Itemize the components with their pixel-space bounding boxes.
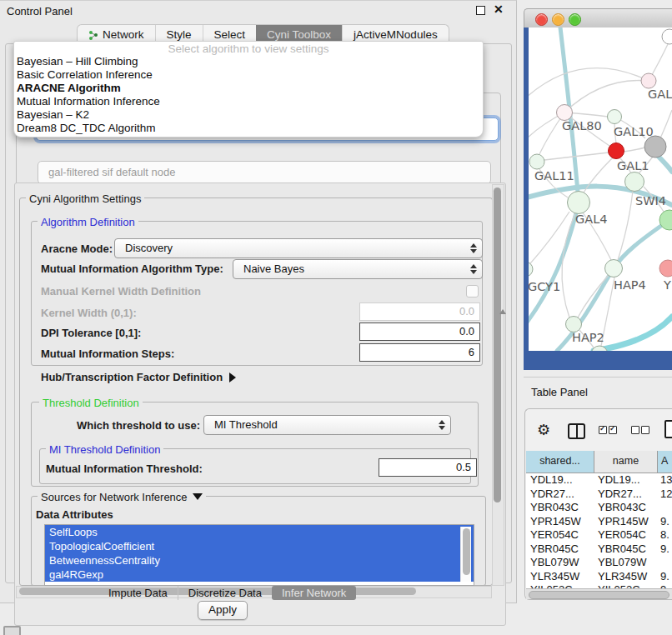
expand-down-icon <box>193 493 203 500</box>
table-cell: 8. <box>656 528 672 542</box>
network-node[interactable] <box>557 105 573 121</box>
mi-type-combo[interactable]: Naive Bayes <box>233 259 483 279</box>
dpi-tolerance-field[interactable]: 0.0 <box>359 322 480 341</box>
which-threshold-combo[interactable]: MI Threshold <box>203 415 451 435</box>
tab-impute-data[interactable]: Impute Data <box>98 586 178 600</box>
column-header-0[interactable]: shared... <box>526 451 594 472</box>
network-node[interactable] <box>568 192 590 214</box>
table-hscrollbar-thumb[interactable] <box>529 591 669 599</box>
stepper-icon <box>439 420 445 430</box>
table-cell: YER054C <box>594 528 656 542</box>
network-node[interactable] <box>641 73 656 88</box>
which-threshold-label: Which threshold to use: <box>77 419 200 432</box>
network-select-combo[interactable]: gal-filtered sif default node <box>38 161 491 184</box>
network-window-titlebar[interactable] <box>524 8 672 29</box>
table-row[interactable]: YBR043CYBR043C <box>526 501 672 515</box>
network-node[interactable] <box>605 260 623 278</box>
table-cell: YBR043C <box>594 501 656 515</box>
table-row[interactable]: YBR045CYBR045C9. <box>526 542 672 557</box>
network-node[interactable] <box>566 317 582 332</box>
checkbox-unchecked-icon[interactable] <box>641 426 649 434</box>
network-edge <box>564 80 649 112</box>
network-node[interactable] <box>644 136 666 158</box>
data-attribute-item[interactable]: gal4RGexp <box>45 568 474 582</box>
apply-button[interactable]: Apply <box>198 601 248 620</box>
network-node[interactable] <box>625 172 644 192</box>
network-node-label: GAL80 <box>562 119 602 132</box>
column-header-1[interactable]: name <box>594 451 658 472</box>
hub-definition-expander[interactable]: Hub/Transcription Factor Definition <box>41 371 236 383</box>
table-cell: YBR043C <box>526 501 594 515</box>
network-node-label: SWI4 <box>635 194 666 208</box>
algorithm-option[interactable]: Dream8 DC_TDC Algorithm <box>17 122 480 135</box>
stepper-icon <box>470 243 477 253</box>
collapsed-panel-icon[interactable] <box>3 626 21 635</box>
algorithm-option[interactable]: Bayesian – Hill Climbing <box>17 55 480 68</box>
tab-infer-network[interactable]: Infer Network <box>272 586 356 600</box>
sources-expander[interactable]: Sources for Network Inference <box>38 491 206 503</box>
table-cell: 12 <box>656 488 672 502</box>
table-cell: YER054C <box>526 528 594 542</box>
table-row[interactable]: YLR345WYLR345W9. <box>526 570 672 584</box>
table-row[interactable]: YER054CYER054C8. <box>526 528 672 542</box>
column-header-2[interactable]: A <box>658 451 672 472</box>
mi-threshold-field[interactable]: 0.5 <box>379 458 477 477</box>
close-traffic-light-icon[interactable] <box>535 13 548 26</box>
table-cell: YBL079W <box>526 556 594 570</box>
network-node[interactable] <box>609 143 624 159</box>
network-node[interactable] <box>662 29 672 44</box>
algorithm-dropdown-placeholder: Select algorithm to view settings <box>14 42 483 55</box>
network-node[interactable] <box>608 110 622 124</box>
network-node[interactable] <box>529 154 544 169</box>
kernel-width-label: Kernel Width (0,1): <box>41 307 137 319</box>
table-row[interactable]: YPR145WYPR145W9. <box>526 515 672 529</box>
aracne-mode-value: Discovery <box>125 239 173 258</box>
mi-type-label: Mutual Information Algorithm Type: <box>41 262 223 275</box>
which-threshold-value: MI Threshold <box>214 416 278 434</box>
network-node[interactable] <box>529 262 533 277</box>
network-edge <box>658 156 672 172</box>
table-row[interactable]: YDR27...YDR27...12 <box>526 488 672 502</box>
table-row[interactable]: YDL19...YDL19...13 <box>526 473 672 488</box>
algorithm-option[interactable]: Mutual Information Inference <box>17 95 480 108</box>
settings-vscrollbar-thumb[interactable] <box>494 188 501 502</box>
table-row[interactable]: YBL079WYBL079W <box>526 556 672 570</box>
checkbox-unchecked-icon[interactable] <box>631 426 639 434</box>
data-attributes-label: Data Attributes <box>36 508 113 521</box>
list-scrollbar-thumb[interactable] <box>463 528 470 575</box>
checkbox-checked-icon[interactable] <box>609 426 617 434</box>
network-edge <box>529 212 569 269</box>
network-view-window: GAL7GAL80GAL10GAL1GAL11SWI4GAL4GCY1HAP4Y… <box>524 8 672 370</box>
panel-splitter-arrow[interactable] <box>499 309 506 314</box>
algorithm-option[interactable]: Bayesian – K2 <box>17 108 480 122</box>
network-node-label: GAL10 <box>614 125 654 138</box>
kernel-width-field[interactable]: 0.0 <box>359 302 480 321</box>
network-node-label: GAL1 <box>617 159 649 172</box>
table-cell: YPR145W <box>526 515 594 529</box>
network-node-label: Y <box>663 278 671 292</box>
tab-discretize-data[interactable]: Discretize Data <box>178 586 272 600</box>
network-node-label: GCY1 <box>529 280 560 293</box>
table-cell: YBR045C <box>526 542 594 557</box>
minimize-traffic-light-icon[interactable] <box>552 13 564 26</box>
manual-kernel-label: Manual Kernel Width Definition <box>41 285 201 298</box>
aracne-mode-combo[interactable]: Discovery <box>114 238 483 258</box>
checkbox-checked-icon[interactable] <box>599 426 607 434</box>
mi-steps-field[interactable]: 6 <box>359 343 480 362</box>
manual-kernel-checkbox[interactable] <box>466 285 479 298</box>
data-attribute-item[interactable]: SelfLoops <box>45 525 474 539</box>
export-table-icon[interactable] <box>664 420 672 438</box>
network-canvas[interactable]: GAL7GAL80GAL10GAL1GAL11SWI4GAL4GCY1HAP4Y… <box>529 28 672 351</box>
close-icon[interactable]: ✕ <box>494 2 504 16</box>
gear-icon[interactable]: ⚙ <box>537 422 550 438</box>
table-hscrollbar-track[interactable] <box>526 588 672 599</box>
zoom-traffic-light-icon[interactable] <box>569 13 581 26</box>
data-attribute-item[interactable]: BetweennessCentrality <box>45 553 474 568</box>
algorithm-definition-title: Algorithm Definition <box>38 216 138 228</box>
data-attribute-item[interactable]: TopologicalCoefficient <box>45 539 474 553</box>
columns-icon[interactable] <box>568 423 585 439</box>
algorithm-option[interactable]: ARACNE Algorithm <box>17 82 480 95</box>
network-node[interactable] <box>659 260 672 277</box>
float-window-icon[interactable] <box>476 6 485 15</box>
algorithm-option[interactable]: Basic Correlation Inference <box>17 68 480 82</box>
